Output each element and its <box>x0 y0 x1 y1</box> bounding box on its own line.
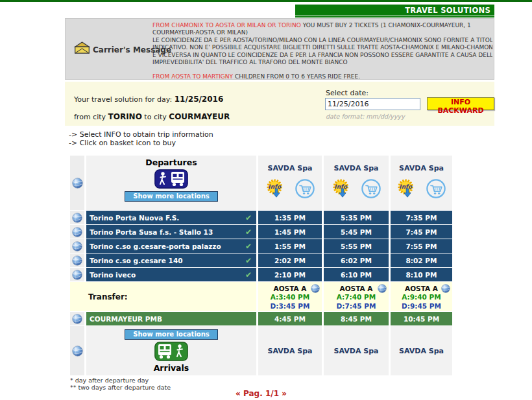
solution-route-line: from city TORINO to city COURMAYEUR <box>74 112 230 121</box>
date-format-hint: date format: mm/dd/yyyy <box>326 113 405 120</box>
carrier-name: SAVDA Spa <box>334 164 379 172</box>
pagination[interactable]: « Pag. 1/1 » <box>70 389 452 398</box>
globe-icon[interactable] <box>70 253 84 267</box>
timetable: Departures Show more locations SAVDA Spa… <box>70 156 452 375</box>
confirmed-check-icon: ✔ <box>245 213 256 222</box>
time-cell: 7:55 PM <box>391 239 452 253</box>
confirmed-check-icon: ✔ <box>245 242 256 251</box>
time-cell: 6:02 PM <box>324 253 389 267</box>
basket-icon[interactable] <box>426 178 446 199</box>
globe-icon[interactable] <box>441 284 450 293</box>
travel-solutions-page: TRAVEL SOLUTIONS Carrier's Message FROM … <box>0 0 532 400</box>
arrival-stop-row: COURMAYEUR PMB <box>86 312 256 325</box>
transfer-label: Transfer: <box>70 282 256 311</box>
date-input[interactable] <box>325 98 420 110</box>
transfer-departure-time: D:9:45 PM <box>391 302 452 311</box>
time-cell: 8:45 PM <box>324 312 389 325</box>
globe-icon[interactable] <box>70 225 84 239</box>
time-cell: 10:45 PM <box>391 312 452 325</box>
arrivals-bus-icon <box>154 342 188 361</box>
transfer-arrival-time: A:7:40 PM <box>324 293 389 302</box>
message-line: FROM AOSTA TO MARTIGNY CHILDREN FROM 0 T… <box>152 73 492 80</box>
arrivals-footer-cell: Show more locations Arrivals <box>86 326 256 375</box>
page-title: TRAVEL SOLUTIONS <box>295 5 494 16</box>
carrier-name: SAVDA Spa <box>399 164 444 172</box>
transfer-cell: AOSTA A A:7:40 PM D:7:45 PM <box>324 282 389 311</box>
confirmed-check-icon: ✔ <box>245 256 256 265</box>
basket-icon[interactable] <box>295 178 315 199</box>
time-cell: 8:02 PM <box>391 253 452 267</box>
departures-label: Departures <box>145 158 197 167</box>
carrier-footer-cell: SAVDA Spa <box>258 326 322 375</box>
basket-icon[interactable] <box>361 178 381 199</box>
time-cell: 5:55 PM <box>324 239 389 253</box>
time-cell: 1:45 PM <box>258 225 322 239</box>
message-line: COURMAYEUR-AOSTA OR MILAN) <box>152 29 492 36</box>
carrier-footer-cell: SAVDA Spa <box>391 326 452 375</box>
instruction-line: -> Select INFO to obtain trip informatio… <box>69 130 213 139</box>
transfer-cell: AOSTA A A:3:40 PM D:3:45 PM <box>258 282 322 311</box>
message-line: INDICATIVO. NON E' POSSIBILE ACQUISTARE … <box>152 44 492 51</box>
departure-stop-row: Torino Porta Susa f.s. - Stallo 13✔ <box>86 225 256 239</box>
time-cell: 6:10 PM <box>324 268 389 281</box>
info-backward-button[interactable]: INFO BACKWARD <box>427 97 494 110</box>
transfer-departure-time: D:7:45 PM <box>324 302 389 311</box>
transfer-departure-time: D:3:45 PM <box>258 302 322 311</box>
time-cell: 5:45 PM <box>324 225 389 239</box>
globe-icon[interactable] <box>70 312 84 325</box>
departure-stop-row: Torino Porta Nuova F.S.✔ <box>86 211 256 224</box>
envelope-icon <box>73 41 91 55</box>
info-icon[interactable] <box>265 178 287 199</box>
time-cell: 7:45 PM <box>391 225 452 239</box>
from-city: TORINO <box>108 112 142 121</box>
message-spacer <box>152 66 492 73</box>
transfer-arrival-time: A:3:40 PM <box>258 293 322 302</box>
time-cell: 8:10 PM <box>391 268 452 281</box>
message-line: E VICEVERSA IN QUANTO LE COINCIDENZE DA … <box>152 52 492 59</box>
carrier-header-cell: SAVDA Spa <box>258 156 322 210</box>
confirmed-check-icon: ✔ <box>245 270 256 279</box>
carrier-name: SAVDA Spa <box>268 164 313 172</box>
departure-stop-row: Torino c.so g.cesare-porta palazzo✔ <box>86 239 256 253</box>
globe-icon[interactable] <box>311 284 320 293</box>
solution-date: 11/25/2016 <box>175 95 224 104</box>
travel-solution-panel: Your travel solution for day: 11/25/2016… <box>65 82 494 126</box>
confirmed-check-icon: ✔ <box>245 228 256 237</box>
globe-icon[interactable] <box>70 326 84 375</box>
time-cell: 2:02 PM <box>258 253 322 267</box>
globe-icon[interactable] <box>70 268 84 281</box>
top-green-rule <box>0 0 532 2</box>
show-more-locations-button[interactable]: Show more locations <box>125 191 218 202</box>
departures-header-cell: Departures Show more locations <box>86 156 256 210</box>
transfer-arrival-time: A:9:40 PM <box>391 293 452 302</box>
carrier-message-text: FROM CHAMONIX TO AOSTA OR MILAN OR TORIN… <box>152 22 492 88</box>
instructions: -> Select INFO to obtain trip informatio… <box>69 130 213 147</box>
globe-icon[interactable] <box>70 239 84 253</box>
time-cell: 4:45 PM <box>258 312 322 325</box>
time-cell: 2:10 PM <box>258 268 322 281</box>
instruction-line: -> Click on basket icon to buy <box>69 139 213 147</box>
message-line: IMPREVEDIBILITA' DEL TRAFFICO AL TRAFORO… <box>152 59 492 66</box>
info-icon[interactable] <box>332 178 354 199</box>
departure-stop-row: Torino iveco✔ <box>86 268 256 281</box>
time-cell: 5:35 PM <box>324 211 389 224</box>
carrier-footer-cell: SAVDA Spa <box>324 326 389 375</box>
carrier-header-cell: SAVDA Spa <box>324 156 389 210</box>
time-cell: 1:55 PM <box>258 239 322 253</box>
time-cell: 1:35 PM <box>258 211 322 224</box>
globe-icon[interactable] <box>70 211 84 224</box>
message-line: FROM CHAMONIX TO AOSTA OR MILAN OR TORIN… <box>152 22 492 29</box>
show-more-locations-button[interactable]: Show more locations <box>125 329 218 340</box>
solution-day-line: Your travel solution for day: 11/25/2016 <box>74 95 223 104</box>
carrier-header-cell: SAVDA Spa <box>391 156 452 210</box>
footnote-line: * day after departure day <box>70 377 171 384</box>
departure-stop-row: Torino c.so g.cesare 140✔ <box>86 253 256 267</box>
select-date-label: Select date: <box>326 89 369 97</box>
arrivals-label: Arrivals <box>154 363 189 373</box>
globe-icon[interactable] <box>378 284 387 293</box>
to-city: COURMAYEUR <box>169 112 230 121</box>
departures-bus-icon <box>154 169 188 189</box>
message-line: LE COINCIDENZE DA E PER AOSTA/TORINO/MIL… <box>152 37 492 44</box>
info-icon[interactable] <box>396 178 418 199</box>
globe-icon[interactable] <box>70 156 84 210</box>
